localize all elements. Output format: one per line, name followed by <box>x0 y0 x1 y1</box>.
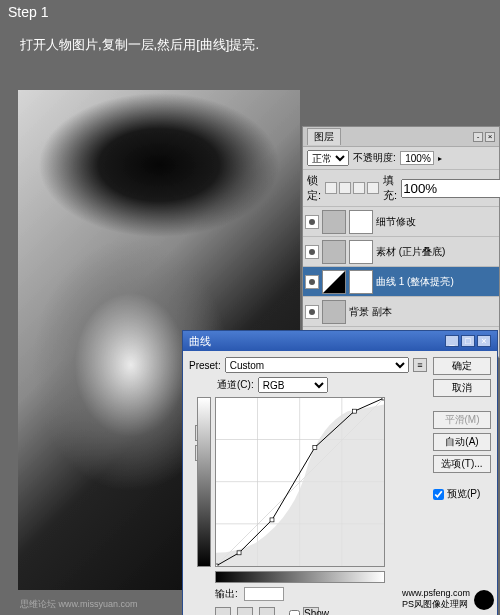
splatter-icon <box>474 590 494 610</box>
preview-label: 预览(P) <box>447 487 480 501</box>
lock-image-icon[interactable] <box>339 182 351 194</box>
layer-thumb <box>322 240 346 264</box>
fill-label: 填充: <box>383 173 397 203</box>
step-title: Step 1 <box>8 4 48 20</box>
mask-thumb <box>349 240 373 264</box>
minimize-icon[interactable]: - <box>473 132 483 142</box>
layer-name: 曲线 1 (整体提亮) <box>376 275 454 289</box>
output-input[interactable] <box>244 587 284 601</box>
window-minimize-icon[interactable]: _ <box>445 335 459 347</box>
blend-mode-select[interactable]: 正常 <box>307 150 349 166</box>
watermark-right: www.psfeng.com PS风图像处理网 <box>402 588 494 611</box>
tab-layers[interactable]: 图层 <box>307 128 341 145</box>
lock-position-icon[interactable] <box>353 182 365 194</box>
instruction-text: 打开人物图片,复制一层,然后用[曲线]提亮. <box>20 36 259 54</box>
layer-item[interactable]: 背景 副本 <box>303 297 499 327</box>
lock-transparent-icon[interactable] <box>325 182 337 194</box>
svg-rect-9 <box>270 518 274 522</box>
lock-all-icon[interactable] <box>367 182 379 194</box>
channel-select[interactable]: RGB <box>258 377 328 393</box>
lock-icons <box>325 182 379 194</box>
curves-title-text: 曲线 <box>189 334 211 349</box>
layer-name: 素材 (正片叠底) <box>376 245 445 259</box>
svg-rect-11 <box>352 409 356 413</box>
layer-name: 背景 副本 <box>349 305 392 319</box>
svg-rect-8 <box>237 551 241 555</box>
watermark-left: 思维论坛 www.missyuan.com <box>20 598 138 611</box>
output-label: 输出: <box>215 587 238 601</box>
svg-rect-10 <box>313 445 317 449</box>
show-clipping-label: Show Clipping <box>303 607 319 615</box>
layers-panel: 图层 - × 正常 不透明度: ▸ 锁定: 填充: ▸ 细节修改 <box>302 126 500 358</box>
channel-label: 通道(C): <box>217 378 254 392</box>
gray-point-eyedropper-icon[interactable] <box>237 607 253 615</box>
layers-panel-tabs: 图层 - × <box>303 127 499 147</box>
watermark-url: www.psfeng.com <box>402 588 470 598</box>
layer-thumb <box>322 210 346 234</box>
mask-thumb <box>349 210 373 234</box>
preview-checkbox[interactable] <box>433 489 444 500</box>
smooth-button[interactable]: 平滑(M) <box>433 411 491 429</box>
cancel-button[interactable]: 取消 <box>433 379 491 397</box>
watermark-site: PS风图像处理网 <box>402 598 470 611</box>
adjustment-thumb-icon <box>322 270 346 294</box>
lock-fill-row: 锁定: 填充: ▸ <box>303 170 499 207</box>
blend-opacity-row: 正常 不透明度: ▸ <box>303 147 499 170</box>
close-icon[interactable]: × <box>485 132 495 142</box>
ok-button[interactable]: 确定 <box>433 357 491 375</box>
fill-input[interactable] <box>401 179 500 198</box>
visibility-icon[interactable] <box>305 245 319 259</box>
window-maximize-icon[interactable]: □ <box>461 335 475 347</box>
window-close-icon[interactable]: × <box>477 335 491 347</box>
auto-button[interactable]: 自动(A) <box>433 433 491 451</box>
layer-item-selected[interactable]: 曲线 1 (整体提亮) <box>303 267 499 297</box>
white-point-eyedropper-icon[interactable] <box>259 607 275 615</box>
output-gradient <box>197 397 211 567</box>
options-button[interactable]: 选项(T)... <box>433 455 491 473</box>
curves-titlebar[interactable]: 曲线 _ □ × <box>183 331 497 351</box>
opacity-label: 不透明度: <box>353 151 396 165</box>
input-gradient <box>215 571 385 583</box>
opacity-input[interactable] <box>400 151 434 165</box>
black-point-eyedropper-icon[interactable] <box>215 607 231 615</box>
visibility-icon[interactable] <box>305 215 319 229</box>
curves-dialog: 曲线 _ □ × Preset: Custom ≡ 通道(C): RGB <box>182 330 498 615</box>
visibility-icon[interactable] <box>305 305 319 319</box>
panel-window-controls: - × <box>473 132 495 142</box>
preset-menu-icon[interactable]: ≡ <box>413 358 427 372</box>
opacity-flyout-icon[interactable]: ▸ <box>438 154 442 163</box>
layer-item[interactable]: 素材 (正片叠底) <box>303 237 499 267</box>
preset-label: Preset: <box>189 360 221 371</box>
layer-item[interactable]: 细节修改 <box>303 207 499 237</box>
layer-name: 细节修改 <box>376 215 416 229</box>
svg-rect-7 <box>216 564 218 566</box>
preset-select[interactable]: Custom <box>225 357 409 373</box>
layer-thumb <box>322 300 346 324</box>
svg-rect-12 <box>382 398 384 400</box>
show-clipping-checkbox[interactable] <box>289 610 300 616</box>
mask-thumb <box>349 270 373 294</box>
curves-graph[interactable] <box>215 397 385 567</box>
lock-label: 锁定: <box>307 173 321 203</box>
visibility-icon[interactable] <box>305 275 319 289</box>
